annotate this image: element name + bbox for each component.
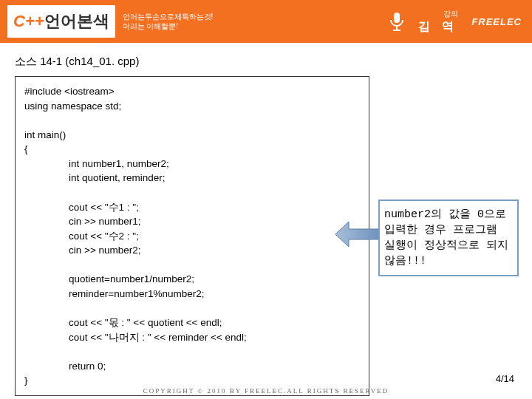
source-title: 소스 14-1 (ch14_01. cpp)	[15, 55, 517, 69]
lecture-label: 강의	[443, 9, 458, 19]
code-line: int number1, number2;	[69, 157, 360, 171]
svg-rect-0	[394, 13, 400, 23]
logo-main: 언어본색	[44, 10, 109, 33]
code-line: using namespace std;	[24, 99, 360, 114]
copyright-footer: COPYRIGHT © 2010 BY FREELEC.ALL RIGHTS R…	[0, 387, 532, 395]
code-line: #include <iostream>	[24, 84, 360, 99]
callout-box: number2의 값을 0으로 입력한 경우 프로그램 실행이 정상적으로 되지…	[378, 200, 519, 276]
code-line: cout << "수1 : ";	[69, 200, 360, 215]
code-line	[24, 301, 360, 316]
subline-2: 머리는 이해할뿐!	[123, 21, 214, 31]
code-line	[24, 185, 360, 200]
microphone-icon	[387, 11, 406, 36]
code-line: cout << "몫 : " << quotient << endl;	[69, 316, 360, 330]
code-line: cin >> number2;	[69, 243, 360, 258]
code-line: cout << "수2 : ";	[69, 229, 360, 244]
arrow-icon	[335, 222, 380, 250]
page-number: 4/14	[496, 373, 514, 384]
code-line	[24, 113, 360, 128]
lecturer-name: 김 역	[418, 19, 458, 35]
svg-marker-3	[335, 222, 380, 247]
code-line: cout << "나머지 : " << reminder << endl;	[69, 330, 360, 345]
logo-prefix: C++	[13, 12, 44, 31]
code-line: {	[24, 142, 360, 157]
subline-1: 언어는두손으로체득하는것!	[123, 12, 214, 21]
code-line	[24, 344, 360, 359]
code-line: cin >> number1;	[69, 214, 360, 229]
code-line	[24, 258, 360, 273]
code-line: }	[24, 373, 360, 388]
code-line: return 0;	[69, 359, 360, 374]
header-subtitle: 언어는두손으로체득하는것! 머리는 이해할뿐!	[123, 12, 214, 31]
header-bar: C++ 언어본색 언어는두손으로체득하는것! 머리는 이해할뿐! 강의 김 역 …	[0, 0, 532, 44]
code-line: reminder=number1%number2;	[69, 287, 360, 301]
code-line: int main()	[24, 128, 360, 143]
code-box: #include <iostream> using namespace std;…	[15, 76, 369, 396]
code-line: quotient=number1/number2;	[69, 272, 360, 287]
logo-block: C++ 언어본색	[7, 5, 115, 38]
code-line: int quotient, reminder;	[69, 171, 360, 185]
brand-text: FREELEC	[471, 16, 522, 27]
